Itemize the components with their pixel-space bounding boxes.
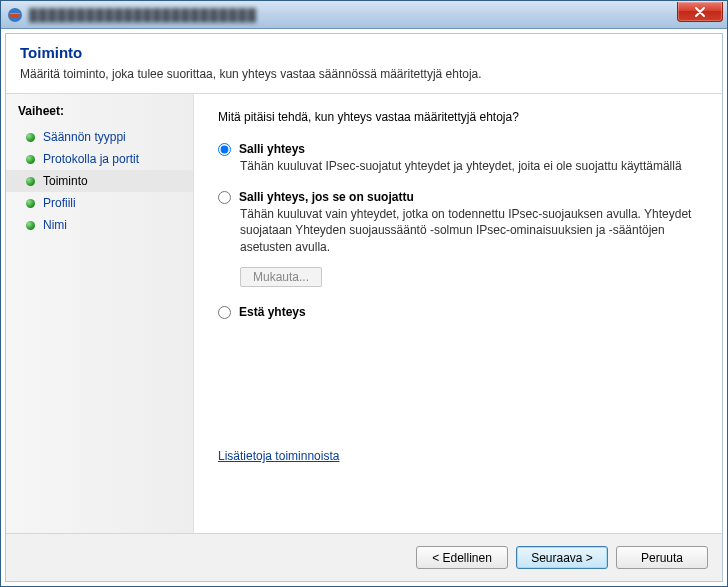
- wizard-body: Vaiheet: Säännön tyyppi Protokolla ja po…: [6, 93, 722, 533]
- info-link[interactable]: Lisätietoja toiminnoista: [218, 449, 339, 463]
- page-subtitle: Määritä toiminto, joka tulee suorittaa, …: [20, 67, 708, 81]
- step-label: Säännön tyyppi: [43, 130, 126, 144]
- step-bullet-icon: [26, 133, 35, 142]
- step-label: Profiili: [43, 196, 76, 210]
- radio-block-label[interactable]: Estä yhteys: [239, 305, 306, 319]
- radio-allow-secure[interactable]: [218, 191, 231, 204]
- wizard-header: Toiminto Määritä toiminto, joka tulee su…: [6, 34, 722, 93]
- step-name[interactable]: Nimi: [6, 214, 193, 236]
- close-button[interactable]: [677, 2, 723, 22]
- steps-sidebar: Vaiheet: Säännön tyyppi Protokolla ja po…: [6, 94, 194, 533]
- next-button[interactable]: Seuraava >: [516, 546, 608, 569]
- content-pane: Mitä pitäisi tehdä, kun yhteys vastaa mä…: [194, 94, 722, 533]
- radio-allow-label[interactable]: Salli yhteys: [239, 142, 305, 156]
- page-title: Toiminto: [20, 44, 708, 61]
- customize-button: Mukauta...: [240, 267, 322, 287]
- step-rule-type[interactable]: Säännön tyyppi: [6, 126, 193, 148]
- step-label: Toiminto: [43, 174, 88, 188]
- step-bullet-icon: [26, 155, 35, 164]
- wizard-footer: < Edellinen Seuraava > Peruuta: [6, 533, 722, 581]
- step-label: Nimi: [43, 218, 67, 232]
- step-label: Protokolla ja portit: [43, 152, 139, 166]
- step-bullet-icon: [26, 177, 35, 186]
- step-bullet-icon: [26, 199, 35, 208]
- action-prompt: Mitä pitäisi tehdä, kun yhteys vastaa mä…: [218, 110, 702, 124]
- radio-block[interactable]: [218, 306, 231, 319]
- option-allow-secure-desc: Tähän kuuluvat vain yhteydet, jotka on t…: [240, 206, 700, 255]
- option-allow: Salli yhteys Tähän kuuluvat IPsec-suojat…: [218, 142, 702, 186]
- step-action[interactable]: Toiminto: [6, 170, 193, 192]
- titlebar: ████████████████████████: [1, 1, 727, 29]
- option-block: Estä yhteys: [218, 305, 702, 321]
- step-protocol-ports[interactable]: Protokolla ja portit: [6, 148, 193, 170]
- cancel-button[interactable]: Peruuta: [616, 546, 708, 569]
- back-button[interactable]: < Edellinen: [416, 546, 508, 569]
- wizard-window: ████████████████████████ Toiminto Määrit…: [0, 0, 728, 587]
- window-title: ████████████████████████: [29, 8, 257, 22]
- step-bullet-icon: [26, 221, 35, 230]
- radio-allow[interactable]: [218, 143, 231, 156]
- firewall-app-icon: [7, 7, 23, 23]
- svg-rect-2: [10, 13, 20, 14]
- steps-heading: Vaiheet:: [6, 104, 193, 126]
- wizard-inner: Toiminto Määritä toiminto, joka tulee su…: [5, 33, 723, 582]
- step-profile[interactable]: Profiili: [6, 192, 193, 214]
- radio-allow-secure-label[interactable]: Salli yhteys, jos se on suojattu: [239, 190, 414, 204]
- option-allow-desc: Tähän kuuluvat IPsec-suojatut yhteydet j…: [240, 158, 700, 174]
- option-allow-secure: Salli yhteys, jos se on suojattu Tähän k…: [218, 190, 702, 301]
